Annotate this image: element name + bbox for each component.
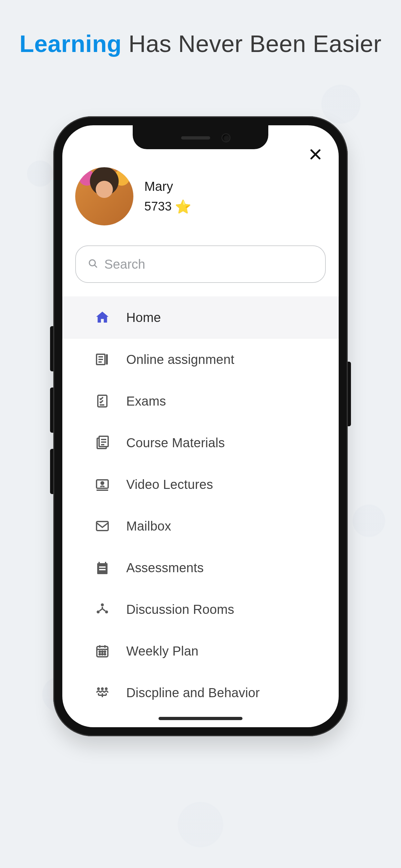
svg-rect-8 [96,522,108,531]
menu-label: Online assignment [126,352,235,367]
profile-name: Mary [144,179,191,194]
avatar[interactable] [75,167,133,225]
home-indicator [158,717,243,720]
svg-point-20 [101,687,104,690]
assessments-icon [93,559,112,577]
menu-item-discipline[interactable]: Discpline and Behavior [62,672,339,713]
page-headline: Learning Has Never Been Easier [0,29,401,59]
discussion-icon [93,600,112,618]
mailbox-icon [93,517,112,535]
nav-menu: Home Online assignment Exams [62,297,339,727]
search-input[interactable] [104,257,313,272]
search-field[interactable] [75,245,326,283]
assignment-icon [93,350,112,368]
menu-label: Home [126,310,161,325]
menu-label: Mailbox [126,519,171,533]
menu-label: Course Materials [126,436,225,450]
profile-points: 5733 ⭐ [144,199,191,213]
menu-item-discussion[interactable]: Discussion Rooms [62,588,339,630]
svg-point-19 [97,687,100,690]
svg-point-13 [99,651,100,652]
svg-point-9 [101,603,104,606]
video-icon [93,475,112,493]
svg-point-14 [102,651,103,652]
phone-notch [133,125,268,149]
menu-item-home[interactable]: Home [62,297,339,338]
search-icon [88,258,98,270]
svg-point-17 [102,654,103,655]
calendar-icon [93,642,112,660]
svg-point-15 [104,651,105,652]
menu-label: Discpline and Behavior [126,686,260,700]
headline-accent: Learning [19,30,121,57]
svg-point-7 [101,482,104,485]
menu-item-assessments[interactable]: Assessments [62,547,339,588]
menu-label: Assessments [126,561,204,575]
menu-item-mailbox[interactable]: Mailbox [62,505,339,547]
close-button[interactable] [306,146,325,164]
menu-item-weekly[interactable]: Weekly Plan [62,630,339,672]
app-root: Mary 5733 ⭐ Home [62,125,339,727]
close-icon [308,147,322,163]
menu-label: Weekly Plan [126,644,198,658]
svg-point-18 [104,654,105,655]
exams-icon [93,392,112,410]
star-icon: ⭐ [175,200,191,213]
phone-frame: Mary 5733 ⭐ Home [53,116,348,736]
group-icon [93,684,112,702]
home-icon [93,308,112,327]
phone-screen: Mary 5733 ⭐ Home [62,125,339,727]
points-value: 5733 [144,199,172,213]
svg-point-21 [105,687,108,690]
profile-block: Mary 5733 ⭐ [75,167,191,225]
menu-item-materials[interactable]: Course Materials [62,422,339,463]
menu-item-video[interactable]: Video Lectures [62,463,339,505]
svg-point-16 [99,654,100,655]
headline-rest: Has Never Been Easier [122,30,382,57]
svg-point-10 [96,610,99,613]
menu-item-exams[interactable]: Exams [62,380,339,422]
menu-label: Exams [126,394,166,408]
menu-label: Video Lectures [126,477,213,492]
materials-icon [93,434,112,452]
menu-label: Discussion Rooms [126,602,234,617]
menu-item-assignment[interactable]: Online assignment [62,338,339,380]
svg-point-11 [105,610,108,613]
svg-rect-2 [106,354,108,365]
